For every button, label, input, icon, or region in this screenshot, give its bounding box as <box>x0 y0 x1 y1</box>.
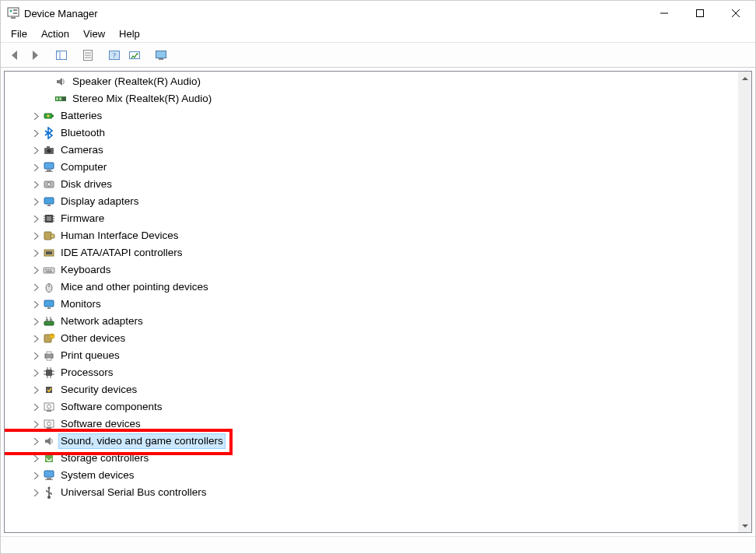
scan-hardware-button[interactable] <box>125 46 144 65</box>
ide-icon <box>43 247 55 259</box>
tree-item-security[interactable]: Security devices <box>5 381 738 398</box>
scroll-down-button[interactable] <box>738 519 751 532</box>
device-manager-window: Device Manager File Action View Help <box>0 0 756 554</box>
expander-icon[interactable] <box>31 214 40 223</box>
tree-item-mice[interactable]: Mice and other pointing devices <box>5 279 738 296</box>
menu-help[interactable]: Help <box>112 26 147 41</box>
tree-item-diskdrives[interactable]: Disk drives <box>5 176 738 193</box>
tree-item-display[interactable]: Display adapters <box>5 193 738 210</box>
svg-rect-53 <box>46 272 52 273</box>
help-button[interactable]: ? <box>105 46 124 65</box>
expander-icon[interactable] <box>31 197 40 206</box>
tree-item-label: Monitors <box>58 296 103 312</box>
expander-icon[interactable] <box>31 128 40 138</box>
tree-item-network[interactable]: Network adapters <box>5 313 738 330</box>
expander-icon[interactable] <box>31 437 40 446</box>
vertical-scrollbar[interactable] <box>738 72 751 532</box>
tree-item-swcomp[interactable]: Software components <box>5 398 738 416</box>
expander-icon[interactable] <box>31 163 40 172</box>
app-icon <box>7 7 19 19</box>
svg-rect-87 <box>47 478 51 479</box>
swdev-icon <box>43 418 55 430</box>
svg-rect-1 <box>11 17 16 19</box>
tree-item-batteries[interactable]: Batteries <box>5 107 738 124</box>
expander-icon[interactable] <box>31 454 40 463</box>
tree-item-bluetooth[interactable]: Bluetooth <box>5 124 738 142</box>
expander-icon[interactable] <box>31 402 40 412</box>
computer-icon <box>43 161 55 174</box>
svg-rect-66 <box>45 354 53 358</box>
maximize-button[interactable] <box>682 2 718 25</box>
tree-item-sound[interactable]: Sound, video and game controllers <box>5 433 738 450</box>
expander-icon[interactable] <box>31 351 40 360</box>
expander-icon[interactable] <box>31 385 40 394</box>
menu-action[interactable]: Action <box>34 26 76 41</box>
minimize-button[interactable] <box>646 2 682 25</box>
tree-item-monitors[interactable]: Monitors <box>5 296 738 313</box>
tree-item-stereomix[interactable]: Stereo Mix (Realtek(R) Audio) <box>5 90 738 107</box>
expander-icon[interactable] <box>31 231 40 240</box>
svg-rect-38 <box>47 216 51 221</box>
svg-rect-48 <box>46 251 52 254</box>
svg-rect-57 <box>47 307 51 309</box>
diskdrives-icon <box>43 178 55 191</box>
expander-icon[interactable] <box>31 282 40 292</box>
svg-rect-11 <box>57 51 60 53</box>
expander-icon[interactable] <box>31 146 40 155</box>
expander-icon[interactable] <box>31 300 40 309</box>
expander-icon[interactable] <box>31 334 40 343</box>
svg-rect-56 <box>44 300 54 307</box>
tree-item-systemdev[interactable]: System devices <box>5 467 738 484</box>
tree-item-printq[interactable]: Print queues <box>5 347 738 364</box>
tree-item-computer[interactable]: Computer <box>5 159 738 176</box>
bluetooth-icon <box>43 127 55 139</box>
expander-icon[interactable] <box>31 180 40 189</box>
properties-button[interactable] <box>79 46 97 65</box>
expander-icon[interactable] <box>31 317 40 326</box>
tree-item-label: Computer <box>58 160 109 175</box>
scroll-up-button[interactable] <box>738 72 751 85</box>
menu-view[interactable]: View <box>76 26 112 41</box>
tree-item-swdev[interactable]: Software devices <box>5 416 738 433</box>
monitor-button[interactable] <box>152 46 170 65</box>
firmware-icon <box>43 212 55 225</box>
svg-rect-32 <box>45 171 53 172</box>
tree-item-firmware[interactable]: Firmware <box>5 210 738 227</box>
tree-item-processors[interactable]: Processors <box>5 364 738 381</box>
tree-item-label: Processors <box>58 365 116 380</box>
tree-item-other[interactable]: ?Other devices <box>5 330 738 347</box>
expander-icon[interactable] <box>31 248 40 258</box>
svg-point-92 <box>46 490 47 492</box>
tree-item-usb[interactable]: Universal Serial Bus controllers <box>5 484 738 501</box>
tree-item-label: Cameras <box>58 142 106 158</box>
expander-icon[interactable] <box>31 419 40 429</box>
nav-back-button[interactable] <box>5 46 24 65</box>
tree-item-label: Bluetooth <box>58 125 107 141</box>
tree-item-speaker[interactable]: Speaker (Realtek(R) Audio) <box>5 73 738 90</box>
tree-item-ide[interactable]: IDE ATA/ATAPI controllers <box>5 244 738 261</box>
expander-icon[interactable] <box>31 368 40 377</box>
monitors-icon <box>43 298 55 310</box>
expander-icon[interactable] <box>31 265 40 275</box>
expander-icon[interactable] <box>31 111 40 121</box>
svg-rect-20 <box>159 58 163 60</box>
expander-icon[interactable] <box>31 488 40 497</box>
svg-rect-69 <box>46 370 52 376</box>
tree-item-label: Software devices <box>58 416 143 432</box>
svg-rect-36 <box>47 205 51 206</box>
svg-rect-86 <box>44 471 54 477</box>
nav-forward-button[interactable] <box>26 46 44 65</box>
tree-item-keyboards[interactable]: Keyboards <box>5 261 738 279</box>
usb-icon <box>43 486 55 499</box>
close-button[interactable] <box>718 2 754 25</box>
tree-item-cameras[interactable]: Cameras <box>5 142 738 159</box>
menu-file[interactable]: File <box>4 26 34 41</box>
display-icon <box>43 195 55 208</box>
svg-text:?: ? <box>51 334 54 338</box>
show-hide-tree-button[interactable] <box>52 46 71 65</box>
svg-rect-60 <box>50 319 52 321</box>
device-tree[interactable]: Speaker (Realtek(R) Audio)Stereo Mix (Re… <box>5 72 738 532</box>
tree-item-hid[interactable]: Human Interface Devices <box>5 227 738 244</box>
tree-item-storage[interactable]: Storage controllers <box>5 450 738 467</box>
expander-icon[interactable] <box>31 471 40 480</box>
